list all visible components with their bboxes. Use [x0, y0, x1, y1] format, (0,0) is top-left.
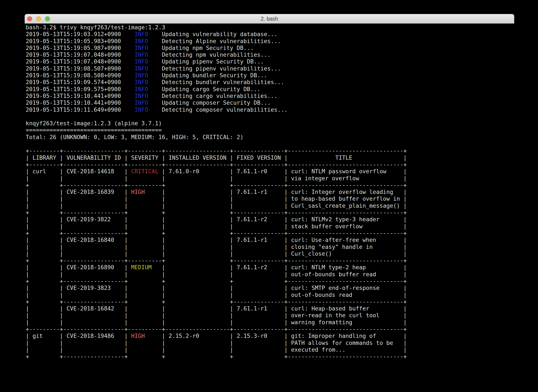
terminal-line: 2019-05-13T15:19:11.649+0900 INFO Detect… [26, 106, 514, 113]
terminal-line: bash-3.2$ trivy knqyf263/test-image:1.2.… [26, 24, 514, 31]
severity-text: CRITICAL [128, 168, 158, 175]
terminal-line: knqyf263/test-image:1.2.3 (alpine 3.7.1) [26, 120, 514, 127]
terminal-line: 2019-05-13T15:19:05.987+0900 INFO Updati… [26, 45, 514, 51]
zoom-button[interactable] [45, 16, 50, 21]
terminal-line: | | | | | | closing "easy" handle in | [26, 243, 514, 250]
terminal-line: 2019-05-13T15:19:10.441+0900 INFO Updati… [26, 99, 514, 106]
terminal-line: | | | | | | to heap-based buffer overflo… [26, 195, 514, 202]
terminal-line: 2019-05-13T15:19:09.575+0900 INFO Updati… [26, 86, 514, 93]
log-level-text: INFO [134, 51, 148, 58]
severity-text: HIGH [128, 189, 145, 195]
terminal-line: + +------------------+----------+ +-----… [26, 257, 514, 264]
terminal-line: 2019-05-13T15:19:09.574+0900 INFO Detect… [26, 79, 514, 86]
terminal-line: | | | | | | Curl_sasl_create_plain_messa… [26, 202, 514, 209]
terminal-line: 2019-05-13T15:19:10.441+0900 INFO Detect… [26, 93, 514, 99]
traffic-lights [27, 14, 50, 23]
terminal-line: 2019-05-13T15:19:05.983+0900 INFO Detect… [26, 38, 514, 45]
terminal-line: 2019-05-13T15:19:08.508+0900 INFO Updati… [26, 72, 514, 79]
terminal-line: | | | | | | out-of-bounds buffer read | [26, 271, 514, 278]
minimize-button[interactable] [36, 16, 41, 21]
log-level-text: INFO [134, 65, 148, 72]
terminal-line: | | | | | | warning formatting | [26, 319, 514, 326]
terminal-line: 2019-05-13T15:19:07.048+0900 INFO Detect… [26, 51, 514, 58]
log-level-text: INFO [134, 99, 148, 106]
terminal-line: | | CVE-2019-3822 | | | 7.61.1-r2 | curl… [26, 216, 514, 223]
terminal-line: +---------+------------------+----------… [26, 161, 514, 168]
log-level-text: INFO [134, 93, 148, 99]
terminal-line: +---------+------------------+----------… [26, 326, 514, 332]
log-level-text: INFO [134, 31, 148, 37]
log-level-text: INFO [134, 86, 148, 92]
log-level-text: INFO [134, 72, 148, 79]
terminal-line: + +------------------+ + + +------------… [26, 278, 514, 285]
terminal-line: | | CVE-2019-3823 | | | | curl: SMTP end… [26, 285, 514, 291]
window-titlebar[interactable]: 2. bash [25, 14, 514, 23]
terminal-line: ======================================== [26, 127, 514, 134]
terminal-line: 2019-05-13T15:19:07.048+0900 INFO Updati… [26, 58, 514, 65]
terminal-line: + +------------------+----------+ +-----… [26, 182, 514, 189]
window-title: 2. bash [261, 16, 278, 22]
terminal-line: + +------------------+ + + +------------… [26, 353, 514, 360]
terminal-line: | curl | CVE-2018-14618 | CRITICAL | 7.6… [26, 168, 514, 175]
terminal-line: | | CVE-2018-16890 | MEDIUM | | 7.61.1-r… [26, 264, 514, 271]
terminal-line: + +------------------+ + +--------------… [26, 230, 514, 237]
terminal-line: Total: 26 (UNKNOWN: 0, LOW: 3, MEDIUM: 1… [26, 134, 514, 140]
terminal-line: | | | | | | stack buffer overflow | [26, 223, 514, 230]
terminal-window: 2. bash bash-3.2$ trivy knqyf263/test-im… [25, 14, 514, 392]
log-level-text: INFO [134, 79, 148, 85]
log-level-text: INFO [134, 38, 148, 44]
severity-text: MEDIUM [128, 264, 151, 271]
severity-text: HIGH [128, 332, 145, 339]
terminal-line: | | CVE-2018-16842 | | | 7.61.1-r1 | cur… [26, 305, 514, 312]
terminal-line [26, 113, 514, 120]
terminal-line: | | CVE-2018-16839 | HIGH | | 7.61.1-r1 … [26, 189, 514, 195]
terminal-line: | LIBRARY | VULNERABILITY ID | SEVERITY … [26, 154, 514, 161]
terminal-line: | | | | | | Curl_close() | [26, 250, 514, 257]
terminal-line: | | | | | | out-of-bounds read | [26, 292, 514, 298]
log-level-text: INFO [134, 106, 148, 113]
terminal-line: | | | | | | PATH allows for commands to … [26, 340, 514, 346]
close-button[interactable] [27, 16, 32, 21]
terminal-line: + +------------------+ + +--------------… [26, 209, 514, 216]
terminal-line: | git | CVE-2018-19486 | HIGH | 2.15.2-r… [26, 332, 514, 339]
terminal-line: + +------------------+ + +--------------… [26, 298, 514, 305]
terminal-line: | | | | | | over-read in the curl tool | [26, 312, 514, 319]
terminal-content[interactable]: bash-3.2$ trivy knqyf263/test-image:1.2.… [25, 23, 514, 360]
desktop: { "window": { "title": "2. bash", "traff… [0, 0, 538, 392]
terminal-line: | | | | | | executed from... | [26, 346, 514, 353]
log-level-text: INFO [134, 58, 148, 65]
terminal-output: bash-3.2$ trivy knqyf263/test-image:1.2.… [26, 24, 514, 360]
terminal-line: | | CVE-2018-16840 | | | 7.61.1-r1 | cur… [26, 237, 514, 243]
terminal-line [26, 140, 514, 147]
terminal-line: 2019-05-13T15:19:03.912+0900 INFO Updati… [26, 31, 514, 37]
log-level-text: INFO [134, 45, 148, 51]
terminal-line: | | | | | | via integer overflow | [26, 175, 514, 182]
terminal-line: +---------+------------------+----------… [26, 147, 514, 154]
terminal-line: 2019-05-13T15:19:08.507+0900 INFO Detect… [26, 65, 514, 72]
